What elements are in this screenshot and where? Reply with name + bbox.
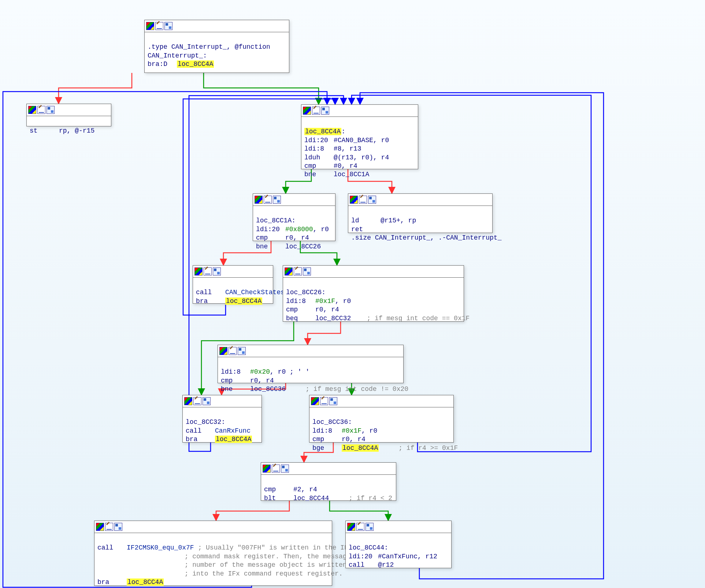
edit-icon[interactable] — [312, 107, 320, 115]
palette-icon[interactable] — [311, 397, 319, 405]
graph-node-loc_8CC32[interactable]: loc_8CC32: callCanRxFunc braloc_8CC4A — [182, 395, 262, 443]
palette-icon[interactable] — [255, 196, 263, 204]
graph-node-loc_8CC36[interactable]: loc_8CC36: ldi:8#0x1F, r0 cmpr0, r4 bgel… — [309, 395, 454, 443]
edit-icon[interactable] — [320, 397, 328, 405]
edit-icon[interactable] — [155, 22, 163, 30]
edit-icon[interactable] — [229, 347, 237, 355]
node-body: cmp#2, r4 bltloc_8CC44 ; if r4 < 2 — [261, 475, 396, 514]
edge — [59, 73, 132, 104]
tags-icon[interactable] — [164, 22, 172, 30]
node-body: loc_8CC36: ldi:8#0x1F, r0 cmpr0, r4 bgel… — [309, 407, 453, 463]
graph-node-loc_8CC44[interactable]: loc_8CC44: ldi:20#CanTxFunc, r12 call@r1… — [345, 521, 452, 568]
node-toolbar — [94, 521, 332, 533]
tags-icon[interactable] — [203, 397, 211, 405]
palette-icon[interactable] — [96, 523, 104, 531]
graph-node-loc_8CC4A[interactable]: loc_8CC4A: ldi:20#CAN0_BASE, r0 ldi:8#8,… — [301, 104, 418, 169]
edit-icon[interactable] — [264, 196, 272, 204]
palette-icon[interactable] — [184, 397, 192, 405]
graph-node-loc_8CC1A[interactable]: loc_8CC1A: ldi:20#0x8000, r0 cmpr0, r4 b… — [253, 193, 335, 241]
node-toolbar — [27, 104, 111, 116]
node-body: strp, @-r15 — [27, 116, 111, 146]
graph-node-loc_8CC26[interactable]: loc_8CC26: ldi:8#0x1F, r0 cmpr0, r4 beql… — [283, 265, 464, 322]
edit-icon[interactable] — [294, 267, 302, 275]
tags-icon[interactable] — [368, 196, 376, 204]
node-body: loc_8CC4A: ldi:20#CAN0_BASE, r0 ldi:8#8,… — [301, 117, 418, 190]
palette-icon[interactable] — [28, 106, 36, 114]
node-toolbar — [283, 266, 464, 278]
graph-node-cmp20[interactable]: ldi:8#0x20, r0 ; ' ' cmpr0, r4 bneloc_8C… — [218, 345, 404, 383]
graph-node-root[interactable]: .type CAN_Interrupt_, @function CAN_Inte… — [144, 20, 289, 73]
palette-icon[interactable] — [263, 465, 271, 473]
node-body: loc_8CC44: ldi:20#CanTxFunc, r12 call@r1… — [346, 533, 451, 580]
edit-icon[interactable] — [204, 267, 212, 275]
edit-icon[interactable] — [193, 397, 201, 405]
node-body: .type CAN_Interrupt_, @function CAN_Inte… — [145, 32, 289, 79]
graph-node-checkstates[interactable]: callCAN_CheckStates braloc_8CC4A — [193, 265, 273, 304]
graph-node-cmp2[interactable]: cmp#2, r4 bltloc_8CC44 ; if r4 < 2 — [261, 462, 396, 501]
tags-icon[interactable] — [366, 523, 374, 531]
palette-icon[interactable] — [347, 523, 355, 531]
tags-icon[interactable] — [303, 267, 311, 275]
tags-icon[interactable] — [238, 347, 246, 355]
tags-icon[interactable] — [329, 397, 337, 405]
node-toolbar — [301, 105, 418, 117]
node-toolbar — [253, 194, 335, 206]
tags-icon[interactable] — [114, 523, 122, 531]
palette-icon[interactable] — [219, 347, 227, 355]
graph-node-st[interactable]: strp, @-r15 — [26, 104, 111, 126]
node-body: callCAN_CheckStates braloc_8CC4A — [193, 278, 273, 317]
tags-icon[interactable] — [47, 106, 55, 114]
graph-node-ret[interactable]: ld@r15+, rp ret .size CAN_Interrupt_, .-… — [348, 193, 493, 233]
node-toolbar — [183, 395, 261, 407]
palette-icon[interactable] — [285, 267, 293, 275]
edit-icon[interactable] — [105, 523, 113, 531]
node-body: loc_8CC26: ldi:8#0x1F, r0 cmpr0, r4 beql… — [283, 278, 464, 333]
tags-icon[interactable] — [213, 267, 221, 275]
node-toolbar — [309, 395, 453, 407]
node-body: loc_8CC32: callCanRxFunc braloc_8CC4A — [183, 407, 261, 455]
edit-icon[interactable] — [272, 465, 280, 473]
tags-icon[interactable] — [273, 196, 281, 204]
node-body: ld@r15+, rp ret .size CAN_Interrupt_, .-… — [348, 206, 492, 253]
edit-icon[interactable] — [37, 106, 45, 114]
node-toolbar — [346, 521, 451, 533]
tags-icon[interactable] — [321, 107, 329, 115]
palette-icon[interactable] — [303, 107, 311, 115]
node-toolbar — [145, 20, 289, 32]
palette-icon[interactable] — [146, 22, 154, 30]
edit-icon[interactable] — [356, 523, 364, 531]
node-body: callIF2CMSK0_equ_0x7F ; Usually "007FH" … — [94, 533, 332, 588]
node-toolbar — [348, 194, 492, 206]
palette-icon[interactable] — [194, 267, 203, 275]
graph-node-if2cmsk0[interactable]: callIF2CMSK0_equ_0x7F ; Usually "007FH" … — [94, 521, 332, 586]
node-toolbar — [261, 463, 396, 475]
node-body: loc_8CC1A: ldi:20#0x8000, r0 cmpr0, r4 b… — [253, 206, 335, 262]
edit-icon[interactable] — [359, 196, 367, 204]
tags-icon[interactable] — [281, 465, 289, 473]
node-toolbar — [218, 345, 403, 357]
palette-icon[interactable] — [350, 196, 358, 204]
node-toolbar — [193, 266, 273, 278]
